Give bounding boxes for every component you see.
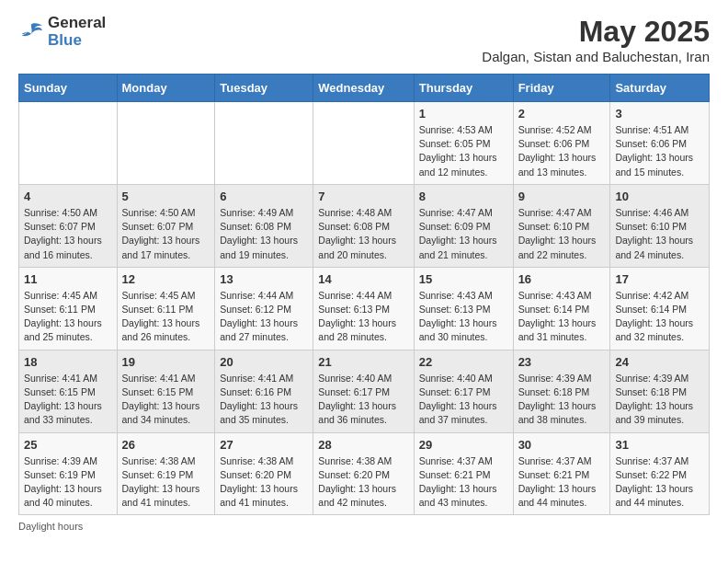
day-number: 1 — [419, 107, 508, 121]
calendar-cell: 11Sunrise: 4:45 AM Sunset: 6:11 PM Dayli… — [19, 267, 118, 350]
day-info: Sunrise: 4:47 AM Sunset: 6:09 PM Dayligh… — [419, 206, 508, 262]
header-tuesday: Tuesday — [215, 75, 313, 102]
day-info: Sunrise: 4:41 AM Sunset: 6:16 PM Dayligh… — [220, 372, 308, 428]
calendar-cell: 14Sunrise: 4:44 AM Sunset: 6:13 PM Dayli… — [313, 267, 414, 350]
calendar-cell: 18Sunrise: 4:41 AM Sunset: 6:15 PM Dayli… — [19, 350, 118, 432]
calendar-table: Sunday Monday Tuesday Wednesday Thursday… — [18, 74, 710, 515]
title-area: May 2025 Dalgan, Sistan and Baluchestan,… — [482, 15, 710, 64]
calendar-cell: 16Sunrise: 4:43 AM Sunset: 6:14 PM Dayli… — [513, 267, 610, 350]
calendar-cell: 28Sunrise: 4:38 AM Sunset: 6:20 PM Dayli… — [313, 432, 414, 515]
calendar-cell: 3Sunrise: 4:51 AM Sunset: 6:06 PM Daylig… — [610, 102, 710, 185]
location-subtitle: Dalgan, Sistan and Baluchestan, Iran — [482, 49, 710, 64]
day-number: 25 — [24, 438, 112, 452]
day-number: 12 — [122, 272, 210, 286]
day-number: 11 — [24, 272, 112, 286]
calendar-cell: 31Sunrise: 4:37 AM Sunset: 6:22 PM Dayli… — [610, 432, 710, 515]
day-info: Sunrise: 4:40 AM Sunset: 6:17 PM Dayligh… — [318, 372, 408, 428]
calendar-cell: 22Sunrise: 4:40 AM Sunset: 6:17 PM Dayli… — [414, 350, 513, 432]
day-number: 3 — [615, 107, 704, 121]
day-number: 9 — [518, 190, 606, 203]
logo-text-line1: General — [48, 15, 106, 32]
calendar-cell — [19, 102, 118, 185]
day-info: Sunrise: 4:41 AM Sunset: 6:15 PM Dayligh… — [24, 372, 112, 428]
day-number: 26 — [122, 438, 210, 452]
calendar-cell: 25Sunrise: 4:39 AM Sunset: 6:19 PM Dayli… — [19, 432, 118, 515]
calendar-cell: 15Sunrise: 4:43 AM Sunset: 6:13 PM Dayli… — [414, 267, 513, 350]
calendar-cell: 4Sunrise: 4:50 AM Sunset: 6:07 PM Daylig… — [19, 184, 118, 267]
day-info: Sunrise: 4:37 AM Sunset: 6:21 PM Dayligh… — [419, 454, 508, 511]
logo-icon — [18, 21, 44, 43]
calendar-week-row: 1Sunrise: 4:53 AM Sunset: 6:05 PM Daylig… — [19, 102, 710, 185]
day-info: Sunrise: 4:39 AM Sunset: 6:18 PM Dayligh… — [518, 372, 606, 428]
calendar-cell: 5Sunrise: 4:50 AM Sunset: 6:07 PM Daylig… — [117, 184, 215, 267]
calendar-cell: 10Sunrise: 4:46 AM Sunset: 6:10 PM Dayli… — [610, 184, 710, 267]
logo-text-line2: Blue — [48, 32, 106, 50]
calendar-cell — [117, 102, 215, 185]
day-info: Sunrise: 4:52 AM Sunset: 6:06 PM Dayligh… — [518, 123, 606, 179]
day-number: 27 — [220, 438, 308, 452]
day-number: 29 — [419, 438, 508, 452]
calendar-cell: 9Sunrise: 4:47 AM Sunset: 6:10 PM Daylig… — [513, 184, 610, 267]
calendar-cell: 27Sunrise: 4:38 AM Sunset: 6:20 PM Dayli… — [215, 432, 313, 515]
header-saturday: Saturday — [610, 75, 710, 102]
day-info: Sunrise: 4:53 AM Sunset: 6:05 PM Dayligh… — [419, 123, 508, 179]
day-number: 2 — [518, 107, 606, 121]
day-number: 30 — [518, 438, 606, 452]
day-info: Sunrise: 4:37 AM Sunset: 6:21 PM Dayligh… — [518, 454, 606, 511]
header-monday: Monday — [117, 75, 215, 102]
day-info: Sunrise: 4:39 AM Sunset: 6:18 PM Dayligh… — [615, 372, 704, 428]
calendar-cell: 7Sunrise: 4:48 AM Sunset: 6:08 PM Daylig… — [313, 184, 414, 267]
calendar-header-row: Sunday Monday Tuesday Wednesday Thursday… — [19, 75, 710, 102]
day-number: 20 — [220, 355, 308, 369]
calendar-week-row: 11Sunrise: 4:45 AM Sunset: 6:11 PM Dayli… — [19, 267, 710, 350]
day-info: Sunrise: 4:51 AM Sunset: 6:06 PM Dayligh… — [615, 123, 704, 179]
calendar-cell — [215, 102, 313, 185]
calendar-cell: 20Sunrise: 4:41 AM Sunset: 6:16 PM Dayli… — [215, 350, 313, 432]
calendar-cell: 8Sunrise: 4:47 AM Sunset: 6:09 PM Daylig… — [414, 184, 513, 267]
day-number: 15 — [419, 272, 508, 286]
day-info: Sunrise: 4:37 AM Sunset: 6:22 PM Dayligh… — [615, 454, 704, 511]
calendar-cell: 30Sunrise: 4:37 AM Sunset: 6:21 PM Dayli… — [513, 432, 610, 515]
day-number: 5 — [122, 190, 210, 203]
day-number: 22 — [419, 355, 508, 369]
calendar-cell — [313, 102, 414, 185]
day-number: 24 — [615, 355, 704, 369]
day-number: 6 — [220, 190, 308, 203]
day-number: 19 — [122, 355, 210, 369]
day-info: Sunrise: 4:45 AM Sunset: 6:11 PM Dayligh… — [122, 289, 210, 345]
day-info: Sunrise: 4:45 AM Sunset: 6:11 PM Dayligh… — [24, 289, 112, 345]
calendar-cell: 1Sunrise: 4:53 AM Sunset: 6:05 PM Daylig… — [414, 102, 513, 185]
calendar-cell: 26Sunrise: 4:38 AM Sunset: 6:19 PM Dayli… — [117, 432, 215, 515]
day-number: 10 — [615, 190, 704, 203]
day-info: Sunrise: 4:43 AM Sunset: 6:13 PM Dayligh… — [419, 289, 508, 345]
header-friday: Friday — [513, 75, 610, 102]
day-number: 18 — [24, 355, 112, 369]
footer-note: Daylight hours — [18, 521, 710, 532]
calendar-cell: 17Sunrise: 4:42 AM Sunset: 6:14 PM Dayli… — [610, 267, 710, 350]
day-info: Sunrise: 4:49 AM Sunset: 6:08 PM Dayligh… — [220, 206, 308, 262]
calendar-cell: 21Sunrise: 4:40 AM Sunset: 6:17 PM Dayli… — [313, 350, 414, 432]
calendar-cell: 2Sunrise: 4:52 AM Sunset: 6:06 PM Daylig… — [513, 102, 610, 185]
calendar-week-row: 18Sunrise: 4:41 AM Sunset: 6:15 PM Dayli… — [19, 350, 710, 432]
day-number: 28 — [318, 438, 408, 452]
day-info: Sunrise: 4:40 AM Sunset: 6:17 PM Dayligh… — [419, 372, 508, 428]
day-info: Sunrise: 4:39 AM Sunset: 6:19 PM Dayligh… — [24, 454, 112, 511]
day-number: 14 — [318, 272, 408, 286]
logo: General Blue — [18, 15, 106, 49]
day-number: 16 — [518, 272, 606, 286]
calendar-cell: 29Sunrise: 4:37 AM Sunset: 6:21 PM Dayli… — [414, 432, 513, 515]
day-number: 23 — [518, 355, 606, 369]
calendar-cell: 24Sunrise: 4:39 AM Sunset: 6:18 PM Dayli… — [610, 350, 710, 432]
day-info: Sunrise: 4:46 AM Sunset: 6:10 PM Dayligh… — [615, 206, 704, 262]
calendar-week-row: 25Sunrise: 4:39 AM Sunset: 6:19 PM Dayli… — [19, 432, 710, 515]
day-number: 4 — [24, 190, 112, 203]
header-sunday: Sunday — [19, 75, 118, 102]
day-number: 21 — [318, 355, 408, 369]
calendar-cell: 13Sunrise: 4:44 AM Sunset: 6:12 PM Dayli… — [215, 267, 313, 350]
day-info: Sunrise: 4:44 AM Sunset: 6:12 PM Dayligh… — [220, 289, 308, 345]
calendar-cell: 19Sunrise: 4:41 AM Sunset: 6:15 PM Dayli… — [117, 350, 215, 432]
month-year-title: May 2025 — [482, 15, 710, 49]
day-number: 31 — [615, 438, 704, 452]
day-info: Sunrise: 4:50 AM Sunset: 6:07 PM Dayligh… — [24, 206, 112, 262]
day-info: Sunrise: 4:47 AM Sunset: 6:10 PM Dayligh… — [518, 206, 606, 262]
